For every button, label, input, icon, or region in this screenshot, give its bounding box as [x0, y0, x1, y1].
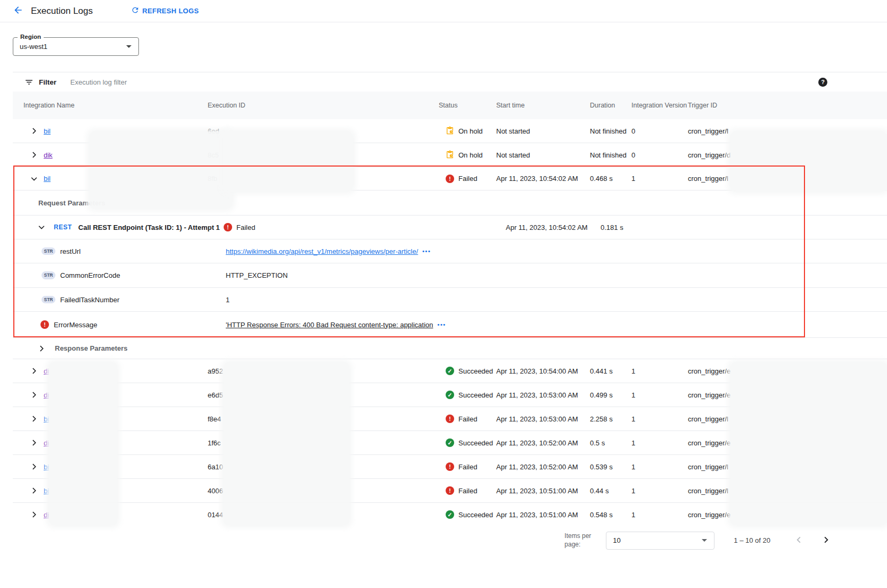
status-label: Succeeded [458, 511, 493, 519]
duration: Not finished [590, 151, 631, 159]
status-label: Succeeded [458, 439, 493, 447]
trigger-id: cron_trigger/e [688, 439, 887, 447]
string-type-badge: STR [42, 271, 55, 279]
execution-id: e6d5 [208, 391, 439, 399]
failed-icon: ! [446, 175, 454, 183]
succeeded-icon: ✓ [446, 391, 454, 399]
expand-value-ellipsis-button[interactable]: ••• [422, 248, 431, 254]
refresh-logs-button[interactable]: REFRESH LOGS [131, 6, 199, 16]
duration: 0.468 s [590, 175, 631, 183]
task-duration: 0.181 s [601, 223, 623, 231]
integration-version: 1 [631, 391, 688, 399]
expand-row-icon[interactable] [29, 462, 39, 471]
error-message-link[interactable]: 'HTTP Response Errors: 400 Bad Request c… [226, 321, 433, 329]
rest-url-link[interactable]: https://wikimedia.org/api/rest_v1/metric… [226, 247, 418, 255]
expand-row-icon[interactable] [29, 414, 39, 424]
chevron-right-icon [821, 535, 831, 546]
dropdown-arrow-icon [702, 539, 707, 542]
trigger-id: cron_trigger/e [688, 511, 887, 519]
param-name: FailedlTaskNumber [60, 296, 119, 304]
filter-input[interactable] [70, 78, 818, 86]
page-range-label: 1 – 10 of 20 [734, 536, 770, 544]
param-row: STR FailedlTaskNumber 1 [13, 288, 887, 312]
param-name: restUrl [60, 247, 80, 255]
duration: 0.441 s [590, 367, 631, 375]
execution-id: 4006 [208, 487, 439, 495]
integration-name-link[interactable]: di [44, 367, 49, 375]
expand-row-icon[interactable] [29, 150, 39, 160]
string-type-badge: STR [42, 296, 55, 304]
start-time: Apr 11, 2023, 10:54:00 AM [496, 367, 590, 375]
duration: 0.539 s [590, 463, 631, 471]
param-row: ! ErrorMessage 'HTTP Response Errors: 40… [13, 312, 887, 338]
start-time: Apr 11, 2023, 10:52:00 AM [496, 439, 590, 447]
integration-name-link[interactable]: bi [44, 487, 49, 495]
duration: 2.258 s [590, 415, 631, 423]
onhold-icon [446, 150, 454, 160]
succeeded-icon: ✓ [446, 367, 454, 375]
expand-row-icon[interactable] [29, 510, 39, 519]
trigger-id: cron_trigger/l [688, 415, 887, 423]
execution-id: 8c5 [208, 151, 439, 159]
trigger-id: cron_trigger/l [688, 127, 887, 135]
collapse-task-icon[interactable] [37, 222, 46, 232]
expand-value-ellipsis-button[interactable]: ••• [438, 321, 446, 328]
integration-name-link[interactable]: bil [44, 127, 51, 135]
expand-row-icon[interactable] [29, 126, 39, 136]
execution-id: 0144 [208, 511, 439, 519]
integration-name-link[interactable]: di [44, 439, 49, 447]
failed-icon: ! [446, 462, 454, 471]
integration-name-link[interactable]: dik [44, 151, 53, 159]
error-icon: ! [40, 320, 49, 329]
trigger-id: cron_trigger/e [688, 367, 887, 375]
param-name: CommonErrorCode [60, 271, 120, 279]
table-row: dik 8c5 On hold Not started Not finished… [13, 143, 887, 167]
failed-icon: ! [446, 486, 454, 495]
expand-row-icon[interactable] [29, 390, 39, 400]
expand-response-icon[interactable] [37, 344, 46, 353]
integration-name-link[interactable]: di [44, 511, 49, 519]
col-status: Status [439, 102, 496, 109]
integration-name-link[interactable]: bi [44, 463, 49, 471]
integration-name-link[interactable]: di [44, 391, 49, 399]
status-label: Failed [458, 175, 477, 183]
execution-logs-table: Filter ? Integration Name Execution ID S… [13, 72, 887, 527]
back-button[interactable] [12, 5, 24, 18]
request-parameters-label: Request Parameters [38, 199, 105, 207]
integration-name-link[interactable]: bil [44, 175, 51, 183]
start-time: Apr 11, 2023, 10:53:00 AM [496, 391, 590, 399]
duration: 0.44 s [590, 487, 631, 495]
execution-id: 6a10 [208, 463, 439, 471]
trigger-id: cron_trigger/l [688, 175, 887, 183]
integration-version: 1 [631, 463, 688, 471]
table-row: di a952 ✓Succeeded Apr 11, 2023, 10:54:0… [13, 359, 887, 383]
col-duration: Duration [590, 102, 631, 109]
response-parameters-label: Response Parameters [55, 344, 128, 352]
help-icon[interactable]: ? [818, 78, 827, 87]
task-row: REST Call REST Endpoint (Task ID: 1) - A… [13, 216, 887, 239]
integration-version: 1 [631, 439, 688, 447]
table-row: bi 4006 !Failed Apr 11, 2023, 10:51:00 A… [13, 479, 887, 503]
execution-id: 6ed [208, 127, 439, 135]
col-execution-id: Execution ID [208, 102, 439, 109]
col-trigger-id: Trigger ID [688, 102, 887, 109]
collapse-row-icon[interactable] [29, 174, 39, 184]
page-title: Execution Logs [31, 6, 93, 16]
start-time: Apr 11, 2023, 10:53:00 AM [496, 415, 590, 423]
expand-row-icon[interactable] [29, 366, 39, 376]
expand-row-icon[interactable] [29, 438, 39, 448]
duration: 0.548 s [590, 511, 631, 519]
execution-id: 8fb [208, 175, 439, 183]
integration-version: 0 [631, 127, 688, 135]
next-page-button[interactable] [821, 535, 831, 546]
succeeded-icon: ✓ [446, 438, 454, 447]
integration-name-link[interactable]: bi [44, 415, 49, 423]
region-select[interactable]: Region us-west1 [13, 37, 139, 56]
integration-version: 1 [631, 367, 688, 375]
expand-row-icon[interactable] [29, 486, 39, 495]
integration-version: 0 [631, 151, 688, 159]
previous-page-button[interactable] [794, 535, 804, 546]
table-row: di 0144 ✓Succeeded Apr 11, 2023, 10:51:0… [13, 503, 887, 527]
page-size-select[interactable]: 10 [606, 532, 714, 550]
filter-bar: Filter ? [13, 72, 887, 92]
